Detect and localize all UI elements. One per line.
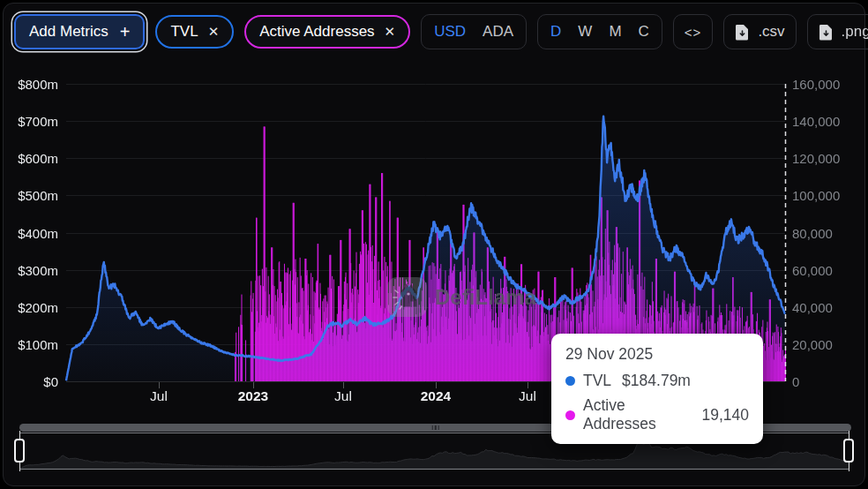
code-icon: <>: [685, 25, 702, 40]
tooltip-date: 29 Nov 2025: [565, 345, 749, 364]
toolbar: Add Metrics + TVL ✕ Active Addresses ✕ U…: [14, 12, 856, 51]
y-axis-label-left: $600m: [0, 151, 58, 166]
tvl-series-dot: [565, 376, 575, 386]
tooltip-active-addresses-value: 19,140: [701, 406, 749, 425]
metric-pill-active-addresses-label: Active Addresses: [259, 23, 374, 41]
interval-option-weekly[interactable]: W: [578, 23, 592, 41]
y-axis-label-right: 20,000: [792, 337, 833, 352]
interval-option-cumulative[interactable]: C: [639, 23, 649, 41]
metric-pill-tvl-label: TVL: [170, 23, 198, 41]
embed-button[interactable]: <>: [673, 14, 714, 49]
remove-tvl-icon[interactable]: ✕: [208, 24, 220, 40]
csv-label: .csv: [758, 23, 784, 41]
y-axis-label-left: $500m: [0, 188, 58, 203]
y-axis-label-left: $200m: [0, 300, 58, 315]
metric-pill-active-addresses[interactable]: Active Addresses ✕: [244, 15, 410, 49]
tooltip-tvl-label: TVL: [583, 372, 611, 390]
y-axis-label-left: $0: [0, 374, 58, 389]
file-download-icon: [819, 24, 834, 41]
y-axis-label-right: 120,000: [792, 151, 840, 166]
x-axis-label: Jul: [150, 388, 168, 404]
currency-toggle: USD ADA: [421, 14, 527, 49]
tooltip-row-active-addresses: Active Addresses 19,140: [565, 396, 749, 433]
y-axis-label-right: 140,000: [792, 114, 840, 129]
currency-option-usd[interactable]: USD: [434, 23, 466, 41]
y-axis-label-right: 160,000: [792, 77, 840, 92]
tooltip-tvl-value: $184.79m: [622, 372, 691, 390]
remove-active-addresses-icon[interactable]: ✕: [385, 24, 396, 40]
tooltip-row-tvl: TVL $184.79m: [565, 372, 749, 390]
interval-toggle: D W M C: [537, 14, 662, 49]
interval-option-daily[interactable]: D: [550, 23, 561, 41]
file-download-icon: [735, 24, 750, 41]
y-axis-label-left: $300m: [0, 263, 58, 278]
y-axis-label-left: $700m: [0, 114, 58, 129]
metric-pill-tvl[interactable]: TVL ✕: [155, 15, 234, 49]
x-axis-label: 2023: [238, 388, 268, 404]
png-label: .png: [842, 23, 868, 41]
download-png-button[interactable]: .png: [807, 14, 868, 49]
x-axis-label: 2024: [421, 388, 451, 404]
y-axis-label-right: 0: [792, 374, 799, 389]
y-axis-label-right: 60,000: [792, 263, 833, 278]
interval-option-monthly[interactable]: M: [609, 23, 621, 41]
x-axis-label: Jul: [519, 388, 536, 404]
currency-option-ada[interactable]: ADA: [483, 23, 513, 41]
chart-tooltip: 29 Nov 2025 TVL $184.79m Active Addresse…: [551, 334, 763, 444]
tooltip-active-addresses-label: Active Addresses: [583, 396, 691, 433]
scrollbar-grip-icon[interactable]: [431, 425, 439, 430]
y-axis-label-right: 40,000: [792, 300, 833, 315]
y-axis-label-left: $400m: [0, 226, 58, 241]
y-axis-label-left: $100m: [0, 337, 58, 352]
y-axis-label-left: $800m: [0, 77, 58, 92]
add-metrics-button[interactable]: Add Metrics +: [14, 14, 145, 49]
plus-icon: +: [120, 22, 131, 42]
y-axis-label-right: 80,000: [792, 226, 833, 241]
y-axis-label-right: 100,000: [792, 188, 840, 203]
x-axis-label: Jul: [334, 388, 352, 404]
active-addresses-series-dot: [565, 410, 575, 420]
download-csv-button[interactable]: .csv: [723, 14, 796, 49]
add-metrics-label: Add Metrics: [29, 23, 108, 41]
